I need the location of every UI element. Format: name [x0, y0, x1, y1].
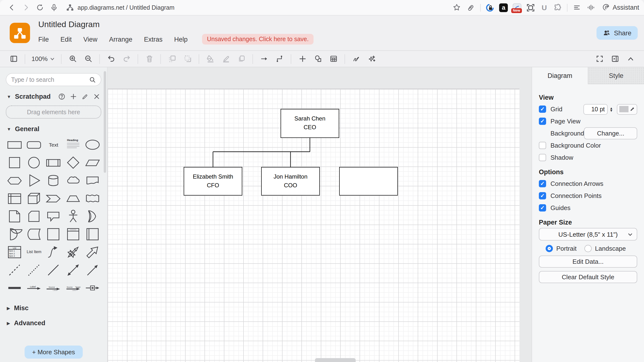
freehand-icon[interactable] — [350, 52, 363, 65]
shape-search[interactable] — [6, 73, 101, 86]
shape-text[interactable]: Text — [44, 136, 63, 154]
extensions-puzzle-icon[interactable] — [554, 3, 562, 12]
ai-sparkle-icon[interactable] — [366, 52, 378, 65]
shape-note[interactable] — [5, 207, 24, 225]
browser-reload-icon[interactable] — [36, 3, 44, 12]
general-section-header[interactable]: ▼ General — [7, 125, 100, 133]
shape-step[interactable] — [44, 189, 63, 207]
shape-list-item[interactable]: List Item — [24, 243, 44, 261]
shape-curve[interactable] — [44, 243, 63, 261]
shape-circle[interactable] — [24, 154, 44, 171]
delete-icon[interactable] — [143, 52, 156, 65]
shape-document[interactable] — [83, 171, 102, 189]
shape-link[interactable] — [5, 279, 24, 297]
waypoints-icon[interactable] — [274, 52, 286, 65]
shape-container[interactable] — [44, 225, 63, 243]
shape-internal-storage[interactable] — [5, 189, 24, 207]
shape-textbox[interactable]: Heading — [63, 136, 82, 154]
paper-size-select[interactable]: US-Letter (8,5" x 11") — [539, 228, 637, 240]
document-title[interactable]: Untitled Diagram — [38, 20, 314, 29]
edit-data-button[interactable]: Edit Data... — [539, 256, 637, 268]
browser-forward-icon[interactable] — [22, 3, 30, 12]
grid-size-stepper[interactable]: ▲▼ — [609, 104, 614, 114]
grid-checkbox[interactable]: ✓ — [539, 106, 546, 113]
shadow-icon[interactable] — [235, 52, 248, 65]
extension-u-icon[interactable]: U — [540, 3, 548, 12]
browser-mic-icon[interactable] — [50, 3, 58, 12]
tab-diagram[interactable]: Diagram — [532, 67, 588, 84]
insert-icon[interactable] — [296, 52, 309, 65]
zoom-level-dropdown[interactable]: 100% — [32, 55, 55, 62]
fill-color-icon[interactable] — [204, 52, 217, 65]
shape-hexagon[interactable] — [5, 171, 24, 189]
background-color-checkbox[interactable] — [539, 142, 546, 149]
connection-icon[interactable] — [258, 52, 271, 65]
shape-rounded-rectangle[interactable] — [24, 136, 44, 154]
shape-actor[interactable] — [63, 207, 82, 225]
shape-dotted-line[interactable] — [24, 261, 44, 279]
address-bar-url[interactable]: app.diagrams.net / Untitled Diagram — [78, 4, 174, 11]
redo-icon[interactable] — [120, 52, 133, 65]
toggle-format-panel-icon[interactable] — [609, 52, 621, 65]
shape-arrow-with-label[interactable]: Label — [24, 279, 44, 297]
extension-screenshot-icon[interactable]: New — [513, 3, 522, 12]
sidebar-scrollbar[interactable] — [104, 71, 106, 173]
connection-points-checkbox[interactable]: ✓ — [539, 192, 546, 199]
shape-cube[interactable] — [24, 189, 44, 207]
extension-privacy-icon[interactable] — [486, 3, 494, 12]
shape-line[interactable] — [44, 261, 63, 279]
shape-card[interactable] — [24, 207, 44, 225]
shape-list[interactable]: ListItem 1Item 2Item 3 — [5, 243, 24, 261]
share-button[interactable]: Share — [596, 26, 638, 40]
shape-and[interactable] — [5, 225, 24, 243]
scratchpad-dropzone[interactable]: Drag elements here — [6, 106, 101, 119]
shape-square[interactable] — [5, 154, 24, 171]
org-node-coo[interactable]: Jon HamiltonCOO — [261, 167, 320, 195]
assistant-control[interactable]: Assistant — [600, 3, 639, 12]
portrait-radio[interactable] — [546, 245, 553, 252]
advanced-section-header[interactable]: ▶ Advanced — [7, 319, 100, 327]
scratchpad-add-icon[interactable] — [70, 93, 77, 100]
bookmark-star-icon[interactable] — [452, 3, 461, 12]
collapse-toolbar-icon[interactable] — [624, 52, 637, 65]
org-node-empty[interactable] — [339, 167, 398, 195]
guides-checkbox[interactable]: ✓ — [539, 204, 546, 211]
basic-section-header[interactable]: ▶ Basic — [7, 330, 100, 331]
to-front-icon[interactable] — [166, 52, 178, 65]
shape-cylinder[interactable] — [44, 171, 63, 189]
menu-help[interactable]: Help — [174, 35, 188, 43]
line-color-icon[interactable] — [220, 52, 232, 65]
menu-file[interactable]: File — [38, 35, 49, 43]
tab-style[interactable]: Style — [588, 67, 644, 84]
menu-edit[interactable]: Edit — [60, 35, 72, 43]
insert-shape-icon[interactable] — [312, 52, 324, 65]
shape-arrow[interactable] — [83, 243, 102, 261]
shape-cloud[interactable] — [63, 171, 82, 189]
copy-link-icon[interactable] — [467, 3, 475, 12]
org-node-cfo[interactable]: Elizabeth SmithCFO — [184, 167, 242, 195]
org-node-ceo[interactable]: Sarah ChenCEO — [280, 109, 339, 138]
scratchpad-help-icon[interactable] — [58, 93, 66, 100]
shape-tape[interactable] — [83, 189, 102, 207]
audio-equalizer-icon[interactable] — [587, 3, 595, 12]
unsaved-changes-notice[interactable]: Unsaved changes. Click here to save. — [202, 34, 314, 44]
shape-directional-connector[interactable] — [83, 261, 102, 279]
shape-arrow-source-target[interactable]: SourceLabelTarget — [63, 279, 82, 297]
grid-color-button[interactable] — [617, 104, 637, 114]
grid-size-input[interactable]: 10 pt — [584, 104, 608, 114]
extension-amazon-icon[interactable]: a — [499, 3, 508, 12]
shape-search-input[interactable] — [11, 76, 89, 83]
shape-rectangle[interactable] — [5, 136, 24, 154]
zoom-in-icon[interactable] — [67, 52, 79, 65]
toggle-shapes-panel-icon[interactable] — [7, 52, 20, 65]
shape-ellipse[interactable] — [83, 136, 102, 154]
landscape-radio[interactable] — [584, 245, 592, 252]
diagram-canvas[interactable]: Sarah ChenCEOElizabeth SmithCFOJon Hamil… — [108, 67, 532, 362]
reading-list-icon[interactable] — [573, 3, 581, 12]
shape-data-storage[interactable] — [24, 225, 44, 243]
menu-extras[interactable]: Extras — [144, 35, 162, 43]
connection-arrows-checkbox[interactable]: ✓ — [539, 180, 546, 187]
shape-triangle[interactable] — [24, 171, 44, 189]
shape-process[interactable] — [44, 154, 63, 171]
shape-vertical-container[interactable] — [63, 225, 82, 243]
